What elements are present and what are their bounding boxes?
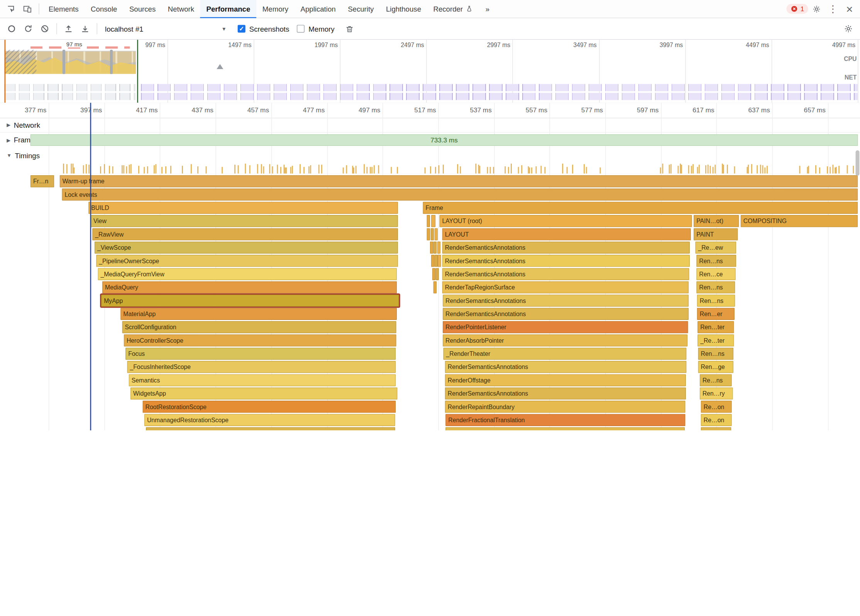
flame-bar-renderoffstage[interactable]: RenderOffstage <box>445 374 686 386</box>
flame-bar[interactable] <box>434 228 438 240</box>
flame-bar-unmanagedrestorationscope[interactable]: UnmanagedRestorationScope <box>144 414 395 426</box>
flame-bar-view[interactable]: View <box>91 215 398 227</box>
flame-bar-paint[interactable]: PAINT <box>694 228 738 240</box>
flame-bar-rendersemanticsannotations[interactable]: RenderSemanticsAnnotations <box>443 294 689 307</box>
flame-bar-restorationscope[interactable]: RestorationScope <box>146 427 395 430</box>
flame-bar-ren-ns[interactable]: Ren…ns <box>697 294 735 307</box>
flame-bar-layout-root[interactable]: LAYOUT (root) <box>439 215 692 227</box>
flame-bar[interactable] <box>430 242 433 254</box>
flame-bar-rawview[interactable]: _RawView <box>92 228 398 240</box>
flame-bar-re-on[interactable]: Re…on <box>701 414 732 426</box>
flame-bar-ren-ter[interactable]: Ren…ter <box>697 321 734 333</box>
flame-bar-compositing[interactable]: COMPOSITING <box>741 215 858 227</box>
flame-bar-ren-er[interactable]: Ren…er <box>697 308 735 320</box>
flame-bar-renderabsorbpointer[interactable]: RenderAbsorbPointer <box>443 334 687 347</box>
flame-bar-herocontrollerscope[interactable]: HeroControllerScope <box>124 334 396 347</box>
flame-bar[interactable] <box>434 255 438 267</box>
flame-chart[interactable]: Fr…nWarm-up frameLock eventsBUILDFrameVi… <box>0 0 860 430</box>
flame-bar-myapp[interactable]: MyApp <box>101 294 399 307</box>
flame-bar-ren-ns[interactable]: Ren…ns <box>698 348 733 360</box>
flame-bar-ren-ce[interactable]: Ren…ce <box>696 268 736 280</box>
vertical-scrollbar[interactable] <box>856 150 860 176</box>
flame-bar-widgetsapp[interactable]: WidgetsApp <box>130 388 398 400</box>
flame-bar-rendertapregionsurface[interactable]: RenderTapRegionSurface <box>442 281 689 294</box>
flame-bar-pain-ot[interactable]: PAIN…ot) <box>694 215 739 227</box>
flame-bar-rendersemanticsannotations[interactable]: RenderSemanticsAnnotations <box>442 268 689 280</box>
flame-bar[interactable] <box>438 255 441 267</box>
flame-bar[interactable] <box>433 242 437 254</box>
flame-bar-rendersemanticsannotations[interactable]: RenderSemanticsAnnotations <box>442 242 690 254</box>
flame-bar-focus[interactable]: Focus <box>125 348 396 360</box>
flame-bar-viewscope[interactable]: _ViewScope <box>95 242 398 254</box>
flame-bar-ren-ge[interactable]: Ren…ge <box>698 361 733 373</box>
flame-bar-renderfractionaltranslation[interactable]: RenderFractionalTranslation <box>445 414 685 426</box>
flame-bar-pipelineownerscope[interactable]: _PipelineOwnerScope <box>96 255 398 267</box>
flame-bar-re-ox[interactable]: Re…ox <box>701 427 731 430</box>
timeline-cursor-line <box>90 103 91 430</box>
flame-bar-lock-events[interactable]: Lock events <box>62 188 858 201</box>
flame-bar-renderpointerlistener[interactable]: RenderPointerListener <box>443 321 688 333</box>
flame-bar-mediaquery[interactable]: MediaQuery <box>102 281 397 294</box>
flame-bar[interactable] <box>437 242 441 254</box>
flame-bar[interactable] <box>431 215 435 227</box>
flame-bar-rootrestorationscope[interactable]: RootRestorationScope <box>142 401 396 413</box>
flame-bar[interactable] <box>432 268 436 280</box>
flame-bar-rendersemanticsannotations[interactable]: RenderSemanticsAnnotations <box>442 255 690 267</box>
devtools-performance-panel: ElementsConsoleSourcesNetworkPerformance… <box>0 0 860 430</box>
flame-bar-renderrepaintboundary[interactable]: RenderRepaintBoundary <box>445 401 686 413</box>
flame-bar-scrollconfiguration[interactable]: ScrollConfiguration <box>122 321 396 333</box>
flame-bar-re-ter[interactable]: _Re…ter <box>697 334 734 347</box>
flame-bar-ren-ns[interactable]: Ren…ns <box>696 281 735 294</box>
flame-bar[interactable] <box>430 228 434 240</box>
flame-bar-ren-ry[interactable]: Ren…ry <box>700 388 733 400</box>
flame-bar-renderdecoratedbox[interactable]: RenderDecoratedBox <box>445 427 685 430</box>
flame-bar-mediaqueryfromview[interactable]: _MediaQueryFromView <box>98 268 397 280</box>
flame-bar[interactable] <box>433 281 437 294</box>
flame-bar-build[interactable]: BUILD <box>88 202 398 214</box>
flame-bar-rendersemanticsannotations[interactable]: RenderSemanticsAnnotations <box>445 361 687 373</box>
flame-bar-ren-ns[interactable]: Ren…ns <box>696 255 736 267</box>
flame-bar-warm-up-frame[interactable]: Warm-up frame <box>60 175 858 188</box>
flame-bar-materialapp[interactable]: MaterialApp <box>120 308 397 320</box>
flame-bar-focusinheritedscope[interactable]: _FocusInheritedScope <box>127 361 396 373</box>
flame-bar-semantics[interactable]: Semantics <box>129 374 396 386</box>
flame-bar[interactable] <box>431 255 435 267</box>
flame-bar-frame[interactable]: Frame <box>423 202 858 214</box>
flame-bar-rendertheater[interactable]: _RenderTheater <box>443 348 686 360</box>
flame-bar-re-ns[interactable]: Re…ns <box>700 374 732 386</box>
flame-bar-layout[interactable]: LAYOUT <box>442 228 691 240</box>
flame-bar-fr-n[interactable]: Fr…n <box>30 175 54 188</box>
flame-bar[interactable] <box>435 268 439 280</box>
flame-bar-rendersemanticsannotations[interactable]: RenderSemanticsAnnotations <box>443 308 689 320</box>
flame-bar[interactable] <box>427 215 430 227</box>
flame-bar-re-ew[interactable]: _Re…ew <box>695 242 736 254</box>
flame-bar[interactable] <box>427 228 430 240</box>
flame-bar-re-on[interactable]: Re…on <box>701 401 732 413</box>
flame-bar-rendersemanticsannotations[interactable]: RenderSemanticsAnnotations <box>445 388 686 400</box>
